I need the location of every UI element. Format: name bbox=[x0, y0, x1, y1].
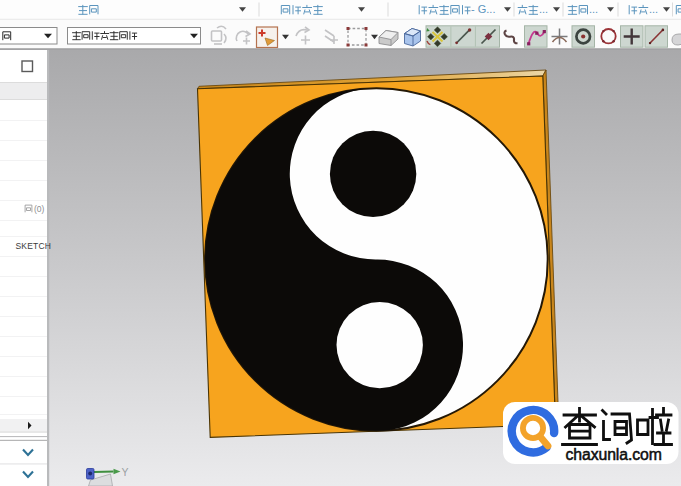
svg-text:chaxunla.com: chaxunla.com bbox=[566, 446, 662, 463]
svg-text:...: ... bbox=[649, 3, 658, 15]
svg-text:(0): (0) bbox=[34, 204, 45, 214]
svg-text:- G...: - G... bbox=[471, 3, 495, 15]
svg-text:Y: Y bbox=[122, 466, 129, 478]
svg-text:SKETCH: SKETCH bbox=[16, 241, 52, 251]
svg-text:...: ... bbox=[589, 3, 598, 15]
svg-text:...: ... bbox=[539, 3, 548, 15]
